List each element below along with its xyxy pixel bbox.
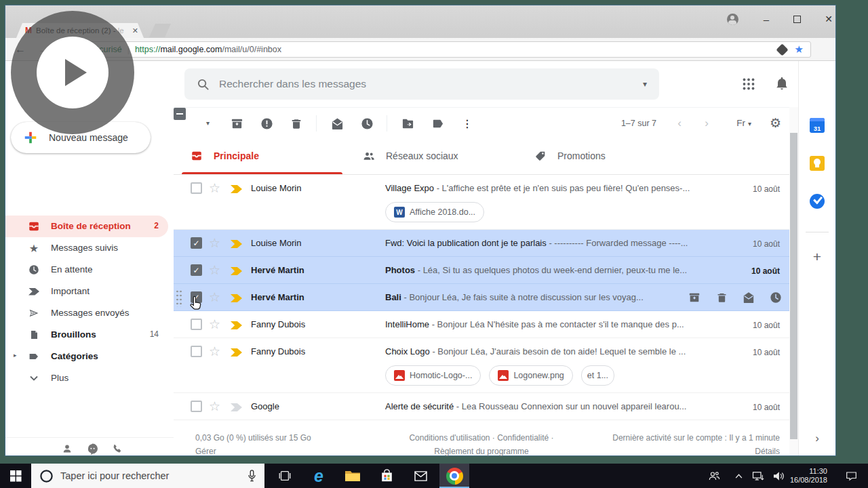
- star-icon[interactable]: ☆: [209, 262, 220, 278]
- star-icon[interactable]: ☆: [209, 289, 220, 305]
- sidebar-item-important[interactable]: Important: [5, 281, 174, 302]
- video-play-overlay[interactable]: [11, 11, 134, 134]
- email-row[interactable]: ✓ ☆ Hervé Martin Photos - Léa, Si tu as …: [174, 257, 789, 284]
- bookmark-star-icon[interactable]: ★: [795, 43, 804, 56]
- row-delete-icon[interactable]: [708, 291, 735, 304]
- importance-marker-icon[interactable]: [231, 267, 242, 275]
- new-tab-button[interactable]: [149, 24, 171, 37]
- importance-marker-icon[interactable]: [231, 348, 242, 357]
- tab-promotions[interactable]: Promotions: [557, 150, 606, 161]
- microphone-icon[interactable]: [248, 470, 256, 482]
- details-link[interactable]: Détails: [755, 447, 780, 456]
- more-options-icon[interactable]: ⋮: [460, 117, 474, 130]
- mark-read-icon[interactable]: [330, 117, 344, 130]
- collapse-panel-icon[interactable]: ›: [810, 431, 825, 446]
- archive-icon[interactable]: [230, 117, 243, 130]
- scrollbar-thumb[interactable]: [790, 133, 797, 439]
- apps-grid-icon[interactable]: [741, 76, 757, 92]
- action-center-icon[interactable]: [840, 464, 863, 488]
- star-icon[interactable]: ☆: [209, 344, 220, 359]
- search-bar[interactable]: ▾: [184, 68, 659, 100]
- email-row[interactable]: ☆ Louise Morin Village Expo - L'affiche …: [174, 175, 789, 230]
- select-all-checkbox[interactable]: [174, 108, 186, 120]
- taskbar-search-input[interactable]: [60, 470, 248, 481]
- row-checkbox[interactable]: [191, 346, 202, 357]
- email-row[interactable]: ☆ Google Alerte de sécurité - Lea Rousse…: [174, 393, 789, 420]
- email-row[interactable]: ☆ Fanny Dubois Choix Logo - Bonjour Léa,…: [174, 338, 789, 393]
- row-checkbox[interactable]: [191, 182, 202, 194]
- row-mark-read-icon[interactable]: [735, 291, 762, 304]
- importance-marker-icon[interactable]: [231, 294, 242, 302]
- file-explorer-button[interactable]: [338, 464, 368, 488]
- scrollbar-track[interactable]: [789, 107, 798, 455]
- attachment-chip[interactable]: Homotic-Logo-...: [385, 365, 481, 386]
- clock[interactable]: 11:30 16/08/2018: [781, 464, 829, 488]
- row-checkbox[interactable]: [191, 401, 202, 412]
- maximize-button[interactable]: [785, 9, 808, 28]
- more-attachments-chip[interactable]: et 1...: [581, 365, 614, 386]
- sidebar-item-drafts[interactable]: Brouillons 14: [5, 324, 174, 346]
- email-row[interactable]: ✓ ☆ Louise Morin Fwd: Voici la publicati…: [174, 230, 789, 257]
- program-policy-link[interactable]: Règlement du programme: [174, 447, 789, 456]
- settings-gear-icon[interactable]: ⚙: [770, 115, 781, 131]
- row-checkbox[interactable]: ✓: [191, 237, 202, 249]
- notifications-bell-icon[interactable]: [773, 75, 791, 93]
- tab-principale[interactable]: Principale: [214, 150, 259, 161]
- importance-marker-icon[interactable]: [231, 185, 242, 193]
- extension-icon[interactable]: [776, 43, 788, 56]
- drag-handle[interactable]: [176, 289, 182, 307]
- mail-button[interactable]: [406, 464, 435, 488]
- input-language-selector[interactable]: Fr▾: [736, 118, 751, 128]
- start-button[interactable]: [0, 464, 31, 488]
- importance-marker-icon[interactable]: [231, 403, 242, 411]
- sidebar-item-snoozed[interactable]: En attente: [5, 259, 174, 281]
- star-icon[interactable]: ☆: [209, 317, 220, 332]
- attachment-chip[interactable]: WAffiche 2018.do...: [385, 202, 484, 222]
- chrome-button[interactable]: [439, 464, 469, 488]
- search-options-caret-icon[interactable]: ▾: [643, 79, 647, 89]
- email-row[interactable]: ☆ Fanny Dubois IntelliHome - Bonjour Léa…: [174, 311, 789, 338]
- importance-marker-icon[interactable]: [231, 321, 242, 329]
- older-page-icon[interactable]: ›: [700, 116, 713, 131]
- play-button[interactable]: [37, 37, 108, 108]
- taskbar-search-box[interactable]: [31, 464, 264, 488]
- search-input[interactable]: [219, 78, 643, 90]
- tasks-icon[interactable]: [810, 194, 825, 209]
- address-bar[interactable]: Sécurisé | https://mail.google.com/mail/…: [72, 41, 811, 58]
- tab-close-icon[interactable]: ✕: [132, 26, 138, 35]
- sidebar-item-starred[interactable]: ★ Messages suivis: [5, 237, 174, 259]
- row-checkbox[interactable]: [191, 319, 202, 330]
- hidden-icons-chevron[interactable]: [730, 464, 747, 488]
- tray-people-icon[interactable]: [704, 464, 724, 488]
- task-view-button[interactable]: [270, 464, 300, 488]
- importance-marker-icon[interactable]: [231, 240, 242, 248]
- store-button[interactable]: [372, 464, 401, 488]
- minimize-button[interactable]: –: [755, 9, 778, 28]
- add-addon-icon[interactable]: +: [810, 249, 825, 264]
- phone-icon[interactable]: [111, 443, 123, 455]
- keep-icon[interactable]: [810, 156, 825, 171]
- attachment-chip[interactable]: Logonew.png: [489, 365, 572, 386]
- expander-icon[interactable]: ▸: [14, 352, 17, 359]
- contacts-person-icon[interactable]: [61, 443, 73, 455]
- edge-button[interactable]: e: [304, 464, 334, 488]
- tab-reseaux-sociaux[interactable]: Réseaux sociaux: [386, 150, 458, 161]
- report-spam-icon[interactable]: [260, 117, 273, 130]
- browser-profile-button[interactable]: [721, 9, 744, 28]
- star-icon[interactable]: ☆: [209, 235, 220, 251]
- email-row[interactable]: ✓ ☆ Hervé Martin Bali - Bonjour Léa, Je …: [174, 284, 789, 311]
- sidebar-item-sent[interactable]: Messages envoyés: [5, 302, 174, 324]
- row-snooze-icon[interactable]: [762, 291, 789, 304]
- labels-icon[interactable]: [431, 117, 444, 130]
- row-archive-icon[interactable]: [681, 291, 708, 304]
- calendar-icon[interactable]: 31: [810, 118, 825, 133]
- sidebar-item-categories[interactable]: ▸ Catégories: [5, 346, 174, 367]
- star-icon[interactable]: ☆: [209, 399, 220, 414]
- sidebar-item-more[interactable]: Plus: [5, 367, 174, 389]
- delete-icon[interactable]: [290, 117, 303, 130]
- select-caret-icon[interactable]: ▾: [206, 119, 210, 127]
- move-to-icon[interactable]: [401, 117, 414, 130]
- close-button[interactable]: ✕: [817, 9, 840, 28]
- star-icon[interactable]: ☆: [209, 180, 220, 196]
- hangouts-icon[interactable]: [86, 443, 98, 455]
